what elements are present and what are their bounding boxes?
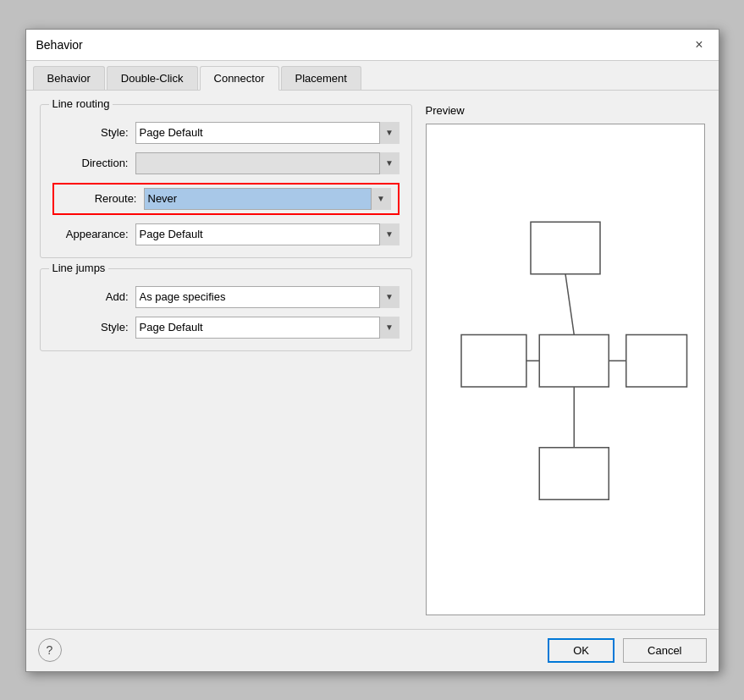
footer-right: OK Cancel [548, 638, 706, 663]
reroute-label: Reroute: [61, 192, 137, 205]
appearance-select-wrapper: Page Default None Custom ▼ [135, 223, 400, 245]
svg-line-5 [565, 273, 574, 334]
preview-label: Preview [426, 104, 705, 117]
tab-bar: Behavior Double-Click Connector Placemen… [26, 61, 719, 91]
svg-rect-4 [539, 447, 609, 499]
appearance-label: Appearance: [52, 228, 129, 240]
ok-button[interactable]: OK [548, 638, 614, 663]
line-routing-label: Line routing [49, 97, 113, 110]
line-jumps-label: Line jumps [49, 262, 109, 274]
svg-rect-1 [461, 334, 526, 387]
close-button[interactable]: × [690, 36, 708, 53]
reroute-select-wrapper: Never Always When Crossing On Move ▼ [144, 188, 391, 210]
tab-placement[interactable]: Placement [281, 66, 361, 90]
jumps-style-select[interactable]: Page Default Arc Gap Square [135, 317, 400, 339]
dialog-title: Behavior [36, 38, 83, 52]
left-panel: Line routing Style: Page Default Straigh… [40, 104, 412, 615]
appearance-select[interactable]: Page Default None Custom [135, 223, 400, 245]
direction-select[interactable] [135, 152, 400, 174]
title-bar: Behavior × [26, 30, 719, 61]
jumps-style-select-wrapper: Page Default Arc Gap Square ▼ [135, 317, 400, 339]
jumps-style-label: Style: [52, 321, 129, 333]
footer: ? OK Cancel [26, 629, 719, 671]
add-row: Add: As page specifies Never Always When… [52, 286, 400, 308]
style-row: Style: Page Default Straight Curved Orth… [52, 122, 400, 144]
direction-row: Direction: ▼ [52, 152, 400, 174]
style-label: Style: [52, 126, 129, 139]
cancel-button[interactable]: Cancel [623, 638, 706, 663]
reroute-row: Reroute: Never Always When Crossing On M… [52, 183, 400, 215]
direction-select-wrapper: ▼ [135, 152, 400, 174]
preview-box [426, 124, 705, 615]
appearance-row: Appearance: Page Default None Custom ▼ [52, 223, 400, 245]
tab-connector[interactable]: Connector [200, 66, 279, 91]
add-label: Add: [52, 290, 129, 303]
tab-behavior[interactable]: Behavior [33, 66, 105, 90]
tab-content: Line routing Style: Page Default Straigh… [26, 91, 719, 629]
help-button[interactable]: ? [38, 638, 62, 662]
add-select-wrapper: As page specifies Never Always When Line… [135, 286, 400, 308]
behavior-dialog: Behavior × Behavior Double-Click Connect… [25, 29, 719, 672]
tab-double-click[interactable]: Double-Click [107, 66, 198, 90]
svg-rect-0 [531, 222, 600, 274]
style-select[interactable]: Page Default Straight Curved Orthogonal [135, 122, 400, 144]
svg-rect-3 [626, 334, 686, 387]
reroute-select[interactable]: Never Always When Crossing On Move [144, 188, 391, 210]
line-routing-section: Line routing Style: Page Default Straigh… [40, 104, 412, 258]
footer-left: ? [38, 638, 62, 662]
svg-rect-2 [539, 334, 609, 387]
preview-diagram [427, 124, 704, 615]
direction-label: Direction: [52, 157, 129, 169]
add-select[interactable]: As page specifies Never Always When Line… [135, 286, 400, 308]
jumps-style-row: Style: Page Default Arc Gap Square ▼ [52, 317, 400, 339]
line-jumps-section: Line jumps Add: As page specifies Never … [40, 268, 412, 351]
right-panel: Preview [426, 104, 705, 615]
style-select-wrapper: Page Default Straight Curved Orthogonal … [135, 122, 400, 144]
